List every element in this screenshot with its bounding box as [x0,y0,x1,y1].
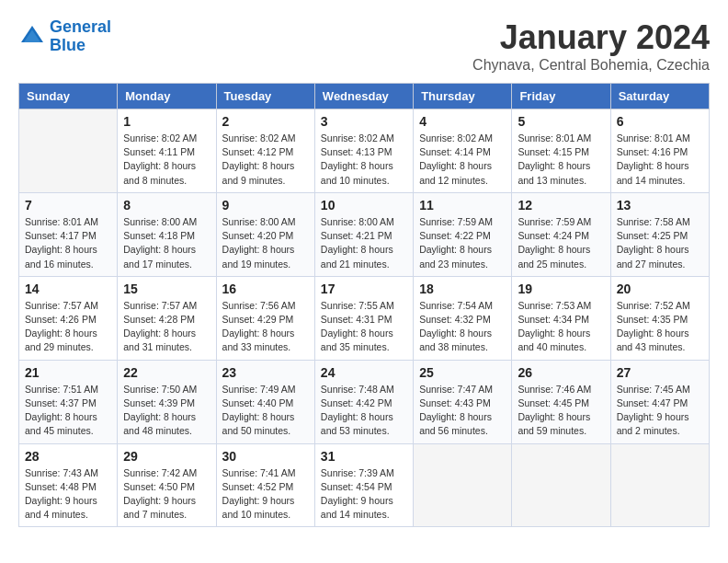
week-row: 21Sunrise: 7:51 AMSunset: 4:37 PMDayligh… [19,360,710,443]
day-number: 11 [419,198,506,213]
day-info: Sunrise: 8:02 AMSunset: 4:14 PMDaylight:… [419,132,506,188]
day-info: Sunrise: 7:57 AMSunset: 4:28 PMDaylight:… [123,299,210,355]
day-info: Sunrise: 7:43 AMSunset: 4:48 PMDaylight:… [25,466,111,523]
calendar-cell [19,109,118,193]
day-number: 17 [321,282,407,296]
day-info: Sunrise: 8:02 AMSunset: 4:12 PMDaylight:… [222,132,309,188]
day-number: 29 [123,449,210,464]
day-number: 19 [518,282,604,296]
day-number: 16 [222,282,309,296]
month-title: January 2024 [472,18,710,57]
day-info: Sunrise: 8:01 AMSunset: 4:15 PMDaylight:… [518,132,604,188]
day-number: 8 [123,198,210,213]
day-number: 2 [222,114,309,129]
day-info: Sunrise: 7:58 AMSunset: 4:25 PMDaylight:… [617,215,703,271]
calendar-cell: 1Sunrise: 8:02 AMSunset: 4:11 PMDaylight… [118,109,216,193]
calendar-table: SundayMondayTuesdayWednesdayThursdayFrid… [18,83,710,527]
day-number: 31 [321,449,407,464]
calendar-cell: 23Sunrise: 7:49 AMSunset: 4:40 PMDayligh… [216,360,314,443]
calendar-cell [512,443,610,527]
calendar-cell: 7Sunrise: 8:01 AMSunset: 4:17 PMDaylight… [19,192,118,276]
col-header-saturday: Saturday [610,84,709,109]
day-number: 7 [25,198,111,213]
day-info: Sunrise: 7:54 AMSunset: 4:32 PMDaylight:… [419,299,506,355]
calendar-cell: 6Sunrise: 8:01 AMSunset: 4:16 PMDaylight… [610,109,709,193]
day-number: 21 [25,365,111,380]
day-number: 20 [617,282,703,296]
location-subtitle: Chynava, Central Bohemia, Czechia [472,57,710,74]
day-number: 28 [25,449,111,464]
calendar-cell: 18Sunrise: 7:54 AMSunset: 4:32 PMDayligh… [414,276,512,360]
day-number: 22 [123,365,210,380]
calendar-cell: 24Sunrise: 7:48 AMSunset: 4:42 PMDayligh… [314,360,413,443]
calendar-cell: 28Sunrise: 7:43 AMSunset: 4:48 PMDayligh… [19,443,118,527]
week-row: 14Sunrise: 7:57 AMSunset: 4:26 PMDayligh… [19,276,710,360]
calendar-cell: 31Sunrise: 7:39 AMSunset: 4:54 PMDayligh… [314,443,413,527]
calendar-cell: 16Sunrise: 7:56 AMSunset: 4:29 PMDayligh… [216,276,314,360]
col-header-wednesday: Wednesday [314,84,413,109]
day-info: Sunrise: 7:56 AMSunset: 4:29 PMDaylight:… [222,299,309,355]
day-info: Sunrise: 7:39 AMSunset: 4:54 PMDaylight:… [321,466,407,523]
day-info: Sunrise: 7:45 AMSunset: 4:47 PMDaylight:… [617,383,703,439]
calendar-cell: 4Sunrise: 8:02 AMSunset: 4:14 PMDaylight… [414,109,512,193]
day-info: Sunrise: 7:42 AMSunset: 4:50 PMDaylight:… [123,466,210,523]
day-number: 24 [321,365,407,380]
col-header-thursday: Thursday [414,84,512,109]
calendar-cell: 25Sunrise: 7:47 AMSunset: 4:43 PMDayligh… [414,360,512,443]
day-number: 9 [222,198,309,213]
logo-line2: Blue [50,36,85,54]
day-info: Sunrise: 7:41 AMSunset: 4:52 PMDaylight:… [222,466,309,523]
calendar-cell: 21Sunrise: 7:51 AMSunset: 4:37 PMDayligh… [19,360,118,443]
calendar-cell: 5Sunrise: 8:01 AMSunset: 4:15 PMDaylight… [512,109,610,193]
day-info: Sunrise: 8:00 AMSunset: 4:20 PMDaylight:… [222,215,309,271]
day-number: 13 [617,198,703,213]
day-info: Sunrise: 7:46 AMSunset: 4:45 PMDaylight:… [518,383,604,439]
day-info: Sunrise: 7:48 AMSunset: 4:42 PMDaylight:… [321,383,407,439]
calendar-cell: 14Sunrise: 7:57 AMSunset: 4:26 PMDayligh… [19,276,118,360]
calendar-cell: 8Sunrise: 8:00 AMSunset: 4:18 PMDaylight… [118,192,216,276]
day-info: Sunrise: 7:51 AMSunset: 4:37 PMDaylight:… [25,383,111,439]
day-number: 5 [518,114,604,129]
day-info: Sunrise: 7:52 AMSunset: 4:35 PMDaylight:… [617,299,703,355]
calendar-cell: 22Sunrise: 7:50 AMSunset: 4:39 PMDayligh… [118,360,216,443]
logo-icon [18,23,46,51]
day-info: Sunrise: 7:59 AMSunset: 4:24 PMDaylight:… [518,215,604,271]
week-row: 1Sunrise: 8:02 AMSunset: 4:11 PMDaylight… [19,109,710,193]
col-header-monday: Monday [118,84,216,109]
col-header-friday: Friday [512,84,610,109]
day-info: Sunrise: 7:50 AMSunset: 4:39 PMDaylight:… [123,383,210,439]
title-area: January 2024 Chynava, Central Bohemia, C… [472,18,710,74]
day-number: 3 [321,114,407,129]
day-info: Sunrise: 7:57 AMSunset: 4:26 PMDaylight:… [25,299,111,355]
calendar-cell: 11Sunrise: 7:59 AMSunset: 4:22 PMDayligh… [414,192,512,276]
day-info: Sunrise: 7:55 AMSunset: 4:31 PMDaylight:… [321,299,407,355]
logo: General Blue [18,18,111,55]
calendar-cell: 15Sunrise: 7:57 AMSunset: 4:28 PMDayligh… [118,276,216,360]
day-number: 14 [25,282,111,296]
day-number: 30 [222,449,309,464]
calendar-cell: 2Sunrise: 8:02 AMSunset: 4:12 PMDaylight… [216,109,314,193]
day-number: 27 [617,365,703,380]
day-number: 23 [222,365,309,380]
calendar-cell: 26Sunrise: 7:46 AMSunset: 4:45 PMDayligh… [512,360,610,443]
calendar-cell: 29Sunrise: 7:42 AMSunset: 4:50 PMDayligh… [118,443,216,527]
header: General Blue January 2024 Chynava, Centr… [18,18,710,74]
col-header-sunday: Sunday [19,84,118,109]
calendar-cell [610,443,709,527]
day-number: 26 [518,365,604,380]
day-number: 25 [419,365,506,380]
day-info: Sunrise: 8:02 AMSunset: 4:13 PMDaylight:… [321,132,407,188]
calendar-cell: 9Sunrise: 8:00 AMSunset: 4:20 PMDaylight… [216,192,314,276]
day-number: 15 [123,282,210,296]
logo-line1: General [50,17,111,36]
day-info: Sunrise: 8:00 AMSunset: 4:21 PMDaylight:… [321,215,407,271]
col-header-tuesday: Tuesday [216,84,314,109]
calendar-cell: 3Sunrise: 8:02 AMSunset: 4:13 PMDaylight… [314,109,413,193]
calendar-cell: 13Sunrise: 7:58 AMSunset: 4:25 PMDayligh… [610,192,709,276]
calendar-cell [414,443,512,527]
day-info: Sunrise: 7:47 AMSunset: 4:43 PMDaylight:… [419,383,506,439]
day-number: 1 [123,114,210,129]
day-number: 10 [321,198,407,213]
calendar-cell: 12Sunrise: 7:59 AMSunset: 4:24 PMDayligh… [512,192,610,276]
calendar-cell: 20Sunrise: 7:52 AMSunset: 4:35 PMDayligh… [610,276,709,360]
